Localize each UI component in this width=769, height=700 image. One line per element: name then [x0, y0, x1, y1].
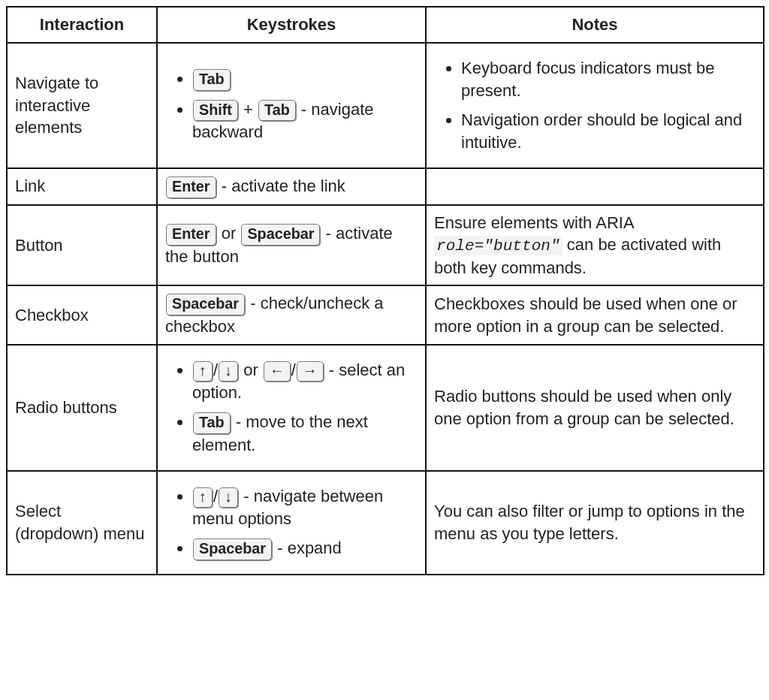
keystroke-item: Spacebar - expand [192, 537, 418, 560]
key-up-arrow: ↑ [193, 487, 213, 508]
key-tab: Tab [258, 100, 296, 122]
interaction-cell: Button [7, 205, 157, 286]
notes-cell: Radio buttons should be used when only o… [426, 345, 764, 471]
table-row: Button Enter or Spacebar - activate the … [7, 205, 764, 286]
keystroke-list: Tab Shift + Tab - navigate backward [165, 68, 418, 143]
keystrokes-cell: Tab Shift + Tab - navigate backward [157, 43, 426, 168]
dash-label: - [273, 539, 288, 557]
key-left-arrow: ← [264, 361, 291, 382]
slash-label: / [213, 487, 218, 505]
or-label: or [239, 361, 263, 379]
keystrokes-cell: ↑/↓ or ←/→ - select an option. Tab - mov… [157, 345, 426, 471]
header-keystrokes: Keystrokes [157, 7, 426, 43]
keystroke-list: ↑/↓ or ←/→ - select an option. Tab - mov… [165, 359, 418, 457]
key-spacebar: Spacebar [241, 224, 320, 246]
notes-cell: Ensure elements with ARIA role="button" … [426, 205, 764, 286]
dash-label: - [324, 361, 339, 379]
interaction-cell: Radio buttons [7, 345, 157, 471]
interaction-cell: Link [7, 168, 157, 205]
keystroke-item: ↑/↓ or ←/→ - select an option. [192, 359, 418, 403]
keystrokes-cell: ↑/↓ - navigate between menu options Spac… [157, 471, 426, 575]
interaction-cell: Checkbox [7, 285, 157, 344]
dash-label: - [217, 177, 232, 195]
dash-label: - [297, 100, 312, 119]
keystrokes-cell: Enter or Spacebar - activate the button [157, 205, 426, 286]
table-row: Radio buttons ↑/↓ or ←/→ - select an opt… [7, 345, 764, 471]
note-item: Keyboard focus indicators must be presen… [461, 57, 755, 101]
key-spacebar: Spacebar [166, 294, 245, 315]
interaction-cell: Navigate to interactive elements [7, 43, 157, 168]
table-row: Navigate to interactive elements Tab Shi… [7, 43, 764, 168]
key-spacebar: Spacebar [193, 539, 272, 560]
table-row: Link Enter - activate the link [7, 168, 764, 205]
notes-cell: Checkboxes should be used when one or mo… [426, 285, 764, 344]
keystrokes-cell: Spacebar - check/uncheck a checkbox [157, 285, 426, 344]
keystroke-item: Tab [192, 68, 418, 91]
key-down-arrow: ↓ [219, 487, 238, 508]
notes-cell: You can also filter or jump to options i… [426, 471, 764, 575]
note-text: Ensure elements with ARIA [434, 213, 633, 232]
or-label: or [217, 224, 241, 243]
dash-label: - [239, 487, 254, 505]
key-enter: Enter [166, 177, 216, 198]
header-notes: Notes [426, 7, 764, 43]
key-enter: Enter [166, 224, 216, 246]
table-header-row: Interaction Keystrokes Notes [7, 7, 764, 43]
keyboard-interactions-table: Interaction Keystrokes Notes Navigate to… [6, 6, 764, 575]
header-interaction: Interaction [7, 7, 157, 43]
keystroke-desc: expand [288, 539, 342, 557]
table-row: Select (dropdown) menu ↑/↓ - navigate be… [7, 471, 764, 575]
dash-label: - [246, 294, 261, 312]
note-item: Navigation order should be logical and i… [461, 109, 755, 153]
notes-cell [426, 168, 764, 205]
keystroke-list: ↑/↓ - navigate between menu options Spac… [165, 485, 418, 560]
plus-label: + [239, 100, 258, 119]
notes-list: Keyboard focus indicators must be presen… [434, 57, 755, 154]
key-right-arrow: → [297, 361, 324, 382]
key-down-arrow: ↓ [219, 361, 238, 382]
dash-label: - [231, 412, 246, 431]
keystroke-item: Shift + Tab - navigate backward [192, 98, 418, 143]
keystroke-item: Tab - move to the next element. [192, 411, 418, 456]
keystroke-item: ↑/↓ - navigate between menu options [192, 485, 418, 530]
keystrokes-cell: Enter - activate the link [157, 168, 426, 205]
keystroke-desc: activate the link [231, 177, 345, 195]
slash-label: / [213, 361, 218, 379]
key-tab: Tab [193, 412, 231, 434]
slash-label: / [291, 361, 296, 379]
code-role-button: role="button" [434, 236, 562, 255]
key-up-arrow: ↑ [193, 361, 213, 382]
key-tab: Tab [193, 69, 231, 91]
dash-label: - [321, 224, 336, 243]
key-shift: Shift [193, 100, 238, 122]
table-row: Checkbox Spacebar - check/uncheck a chec… [7, 285, 764, 344]
interaction-cell: Select (dropdown) menu [7, 471, 157, 575]
notes-cell: Keyboard focus indicators must be presen… [426, 43, 764, 168]
